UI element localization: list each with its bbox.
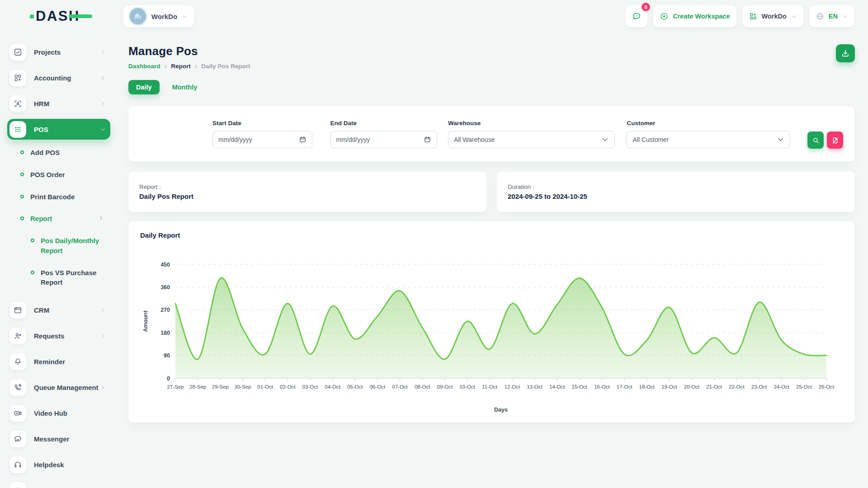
svg-text:10-Oct: 10-Oct bbox=[459, 384, 475, 389]
app-menu-button[interactable]: WorkDo bbox=[742, 5, 803, 27]
sidebar-item-label: Queue Management bbox=[34, 384, 100, 391]
sidebar-item-report[interactable]: Report bbox=[7, 214, 117, 224]
search-icon bbox=[812, 136, 820, 144]
sidebar-item-pos-daily-monthly-report[interactable]: Pos Daily/Monthly Report bbox=[7, 236, 117, 256]
chevron-down-icon bbox=[100, 127, 106, 132]
svg-text:04-Oct: 04-Oct bbox=[325, 384, 340, 389]
svg-text:18-Oct: 18-Oct bbox=[639, 384, 655, 389]
sidebar-item-projects[interactable]: Projects bbox=[7, 42, 110, 62]
calendar-icon[interactable] bbox=[424, 136, 431, 143]
topbar: DASH WorkDo 0 Create Workspace WorkDo bbox=[0, 0, 868, 33]
svg-text:11-Oct: 11-Oct bbox=[482, 384, 497, 389]
svg-text:09-Oct: 09-Oct bbox=[437, 384, 453, 389]
customer-value: All Customer bbox=[632, 136, 777, 143]
sidebar-item-label: Settings bbox=[34, 487, 100, 488]
dash-logo: DASH bbox=[30, 8, 80, 24]
svg-text:360: 360 bbox=[160, 284, 170, 291]
end-date-input[interactable]: mm/dd/yyyy bbox=[330, 131, 437, 148]
sidebar-item-accounting[interactable]: Accounting bbox=[7, 67, 110, 88]
svg-text:13-Oct: 13-Oct bbox=[527, 384, 542, 389]
chevron-right-icon bbox=[100, 333, 106, 339]
customer-select[interactable]: All Customer bbox=[627, 131, 790, 148]
warehouse-value: All Warehouse bbox=[454, 136, 602, 143]
svg-text:26-Oct: 26-Oct bbox=[819, 384, 835, 389]
breadcrumb-report[interactable]: Report bbox=[171, 63, 191, 70]
sidebar-item-video-hub[interactable]: Video Hub bbox=[7, 403, 110, 423]
sidebar-item-hrm[interactable]: HRM bbox=[7, 93, 110, 114]
svg-text:450: 450 bbox=[160, 262, 170, 268]
start-date-label: Start Date bbox=[212, 120, 312, 127]
globe-icon bbox=[816, 12, 825, 21]
language-selector[interactable]: EN bbox=[809, 5, 854, 27]
search-button[interactable] bbox=[807, 131, 824, 149]
topbar-actions: 0 Create Workspace WorkDo EN bbox=[626, 5, 854, 27]
report-value: Daily Pos Report bbox=[139, 192, 476, 200]
chevron-right-icon bbox=[98, 215, 104, 221]
sidebar-item-label: Helpdesk bbox=[34, 461, 106, 469]
phone-icon bbox=[9, 379, 26, 396]
scan-user-icon bbox=[9, 95, 26, 112]
svg-text:02-Oct: 02-Oct bbox=[280, 384, 296, 389]
plus-circle-icon bbox=[660, 12, 669, 21]
bullet-icon bbox=[31, 271, 34, 274]
start-date-value: mm/dd/yyyy bbox=[218, 136, 299, 143]
sidebar-item-print-barcode[interactable]: Print Barcode bbox=[7, 192, 117, 202]
bullet-icon bbox=[20, 195, 24, 198]
end-date-label: End Date bbox=[330, 120, 437, 127]
create-workspace-button[interactable]: Create Workspace bbox=[653, 5, 736, 27]
sidebar-item-settings[interactable]: Settings bbox=[7, 480, 110, 488]
sidebar-item-helpdesk[interactable]: Helpdesk bbox=[7, 454, 110, 475]
sidebar-item-label: Messenger bbox=[34, 435, 106, 443]
svg-text:03-Oct: 03-Oct bbox=[302, 384, 318, 389]
calendar-icon[interactable] bbox=[299, 136, 307, 143]
svg-text:01-Oct: 01-Oct bbox=[257, 384, 273, 389]
sidebar-item-requests[interactable]: Requests bbox=[7, 325, 110, 346]
workspace-selector[interactable]: WorkDo bbox=[123, 5, 194, 27]
sidebar-item-pos[interactable]: POS bbox=[7, 119, 110, 140]
dots-grid-icon bbox=[9, 121, 26, 138]
sidebar-item-messenger[interactable]: Messenger bbox=[7, 428, 110, 449]
sidebar-item-label: Video Hub bbox=[34, 409, 106, 417]
sidebar-item-pos-vs-purchase-report[interactable]: Pos VS Purchase Report bbox=[7, 268, 117, 288]
sidebar-item-crm[interactable]: CRM bbox=[7, 300, 110, 320]
messages-badge: 0 bbox=[642, 3, 650, 11]
logo-dot bbox=[30, 14, 34, 19]
sidebar-item-add-pos[interactable]: Add POS bbox=[7, 148, 117, 158]
breadcrumb-current: Daily Pos Report bbox=[201, 63, 250, 70]
sidebar-item-label: CRM bbox=[34, 306, 100, 314]
sidebar-item-label: Pos VS Purchase Report bbox=[41, 268, 108, 288]
svg-text:22-Oct: 22-Oct bbox=[729, 384, 745, 389]
sidebar-item-queue-management[interactable]: Queue Management bbox=[7, 377, 110, 398]
svg-text:28-Sep: 28-Sep bbox=[189, 384, 206, 389]
svg-text:24-Oct: 24-Oct bbox=[774, 384, 789, 389]
chevron-down-icon bbox=[182, 14, 188, 19]
duration-summary-card: Duration : 2024-09-25 to 2024-10-25 bbox=[497, 172, 855, 212]
messages-button[interactable]: 0 bbox=[626, 5, 647, 27]
sidebar-item-label: HRM bbox=[34, 100, 100, 108]
svg-text:180: 180 bbox=[160, 330, 170, 336]
breadcrumb-separator-icon: › bbox=[165, 62, 167, 70]
daily-report-chart: 09018027036045027-Sep28-Sep29-Sep30-Sep0… bbox=[140, 253, 843, 416]
warehouse-select[interactable]: All Warehouse bbox=[448, 131, 615, 148]
svg-text:29-Sep: 29-Sep bbox=[212, 384, 229, 389]
sidebar-item-reminder[interactable]: Reminder bbox=[7, 351, 110, 372]
sidebar-menu: ProjectsAccountingHRMPOSAdd POSPOS Order… bbox=[7, 42, 117, 488]
sidebar: ProjectsAccountingHRMPOSAdd POSPOS Order… bbox=[0, 33, 117, 488]
download-icon bbox=[841, 49, 850, 58]
start-date-input[interactable]: mm/dd/yyyy bbox=[212, 131, 312, 148]
bell-icon bbox=[9, 353, 26, 370]
svg-text:90: 90 bbox=[164, 352, 170, 359]
sidebar-item-pos-order[interactable]: POS Order bbox=[7, 170, 117, 180]
chevron-right-icon bbox=[100, 49, 106, 55]
report-summary-card: Report : Daily Pos Report bbox=[128, 172, 486, 212]
svg-text:14-Oct: 14-Oct bbox=[549, 384, 565, 389]
tab-daily[interactable]: Daily bbox=[128, 80, 160, 94]
chevron-down-icon bbox=[791, 14, 797, 19]
reset-filter-button[interactable] bbox=[827, 131, 843, 149]
download-report-button[interactable] bbox=[836, 44, 855, 62]
breadcrumb-dashboard-link[interactable]: Dashboard bbox=[128, 63, 160, 70]
tab-monthly[interactable]: Monthly bbox=[172, 84, 198, 91]
headset-icon bbox=[9, 456, 26, 473]
window-icon bbox=[9, 302, 26, 319]
page-title: Manage Pos bbox=[128, 44, 250, 58]
